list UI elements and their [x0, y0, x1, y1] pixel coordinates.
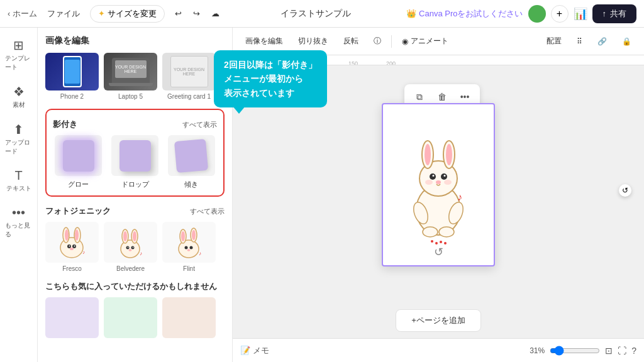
shadow-section: 影付き すべて表示 グロー ドロップ [45, 109, 225, 197]
resize-handle[interactable]: ↺ [619, 184, 631, 197]
card-text: YOUR DESIGN HERE [171, 67, 208, 76]
lock-button[interactable]: 🔒 [617, 35, 636, 48]
list-item[interactable]: ♪ Belvedere [104, 222, 157, 272]
list-item[interactable]: グロー [53, 135, 104, 189]
canvas-refresh-button[interactable]: ↺ [434, 245, 443, 259]
svg-point-41 [436, 180, 441, 184]
phone-illustration [63, 56, 82, 87]
belvedere-thumb: ♪ [104, 222, 157, 263]
crop-tab[interactable]: 切り抜き [293, 33, 333, 49]
canva-pro-button[interactable]: 👑 Canva Proをお試しください [406, 8, 523, 19]
help-button[interactable]: ? [631, 346, 636, 356]
svg-point-25 [181, 231, 185, 241]
text-icon: T [14, 168, 22, 183]
tilt-label: 傾き [184, 180, 198, 189]
sidebar-icons: ⊞ テンプレート ❖ 素材 ⬆ アップロード T テキスト ••• もっと見る [0, 28, 38, 362]
recommendation-grid [45, 297, 225, 338]
add-button[interactable]: + [551, 5, 569, 23]
svg-point-26 [192, 230, 196, 240]
sidebar-item-material[interactable]: ❖ 素材 [3, 79, 35, 114]
memo-button[interactable]: 📝 メモ [240, 345, 269, 356]
svg-point-37 [430, 173, 436, 180]
panel-title: 画像を編集 [45, 35, 225, 47]
home-label[interactable]: ホーム [13, 8, 37, 19]
laptop5-label: Laptop 5 [118, 93, 143, 100]
upload-label: アップロード [5, 138, 33, 156]
laptop-screen: YOUR DESIGN HERE [115, 60, 147, 78]
cloud-button[interactable]: ☁ [206, 6, 225, 21]
left-panel: 画像を編集 Phone 2 YOUR DESIGN HERE [38, 28, 233, 362]
pattern-button[interactable]: ⠿ [572, 35, 587, 48]
list-item[interactable]: Phone 2 [45, 53, 99, 100]
share-button[interactable]: ↑ 共有 [592, 4, 637, 23]
user-avatar[interactable] [528, 5, 546, 23]
svg-point-38 [441, 173, 447, 180]
list-item[interactable]: ドロップ [109, 135, 161, 189]
svg-text:♪: ♪ [140, 251, 142, 256]
back-button[interactable]: ‹ ホーム [8, 8, 37, 19]
shadow-see-all-button[interactable]: すべて表示 [182, 120, 217, 129]
svg-point-15 [133, 231, 136, 241]
canvas-page: ♪ [382, 103, 495, 266]
svg-point-19 [133, 246, 134, 248]
info-button[interactable]: ⓘ [369, 33, 386, 49]
zoom-level-text: 31% [530, 346, 545, 355]
undo-button[interactable]: ↩ [170, 6, 187, 21]
sidebar-item-text[interactable]: T テキスト [3, 163, 35, 198]
animate-icon: ◉ [402, 37, 408, 46]
ruler-mark-200: 200 [386, 60, 396, 66]
resize-button[interactable]: ✦ サイズを変更 [90, 5, 165, 23]
photo-section-header: フォトジェニック すべて表示 [45, 206, 225, 217]
list-item[interactable]: YOUR DESIGN HERE Greeting card 1 [162, 53, 216, 100]
animate-tab[interactable]: ◉ アニメート [397, 33, 453, 49]
edit-image-tab[interactable]: 画像を編集 [240, 33, 288, 49]
svg-point-18 [128, 246, 129, 248]
list-item[interactable] [162, 297, 216, 338]
link-button[interactable]: 🔗 [592, 35, 612, 48]
list-item[interactable]: ♪ Fresco [45, 222, 99, 272]
flint-thumb: ♪ [162, 222, 216, 263]
svg-point-8 [74, 245, 75, 246]
svg-point-9 [70, 248, 74, 250]
file-menu-button[interactable]: ファイル [42, 6, 85, 22]
photo-see-all-button[interactable]: すべて表示 [190, 207, 225, 216]
list-item[interactable]: YOUR DESIGN HERE Laptop 5 [104, 53, 157, 100]
text-label: テキスト [6, 184, 31, 193]
svg-text:♪: ♪ [457, 192, 462, 202]
add-page-button[interactable]: +ページを追加 [396, 309, 481, 332]
drop-thumb [111, 135, 158, 176]
rec-thumb-1 [45, 297, 99, 338]
position-button[interactable]: 配置 [541, 33, 567, 49]
svg-point-28 [190, 246, 193, 249]
shadow-items-grid: グロー ドロップ 傾き [53, 135, 217, 189]
list-item[interactable] [45, 297, 99, 338]
redo-button[interactable]: ↪ [188, 6, 205, 21]
sidebar-item-more[interactable]: ••• もっと見る [3, 200, 35, 244]
recommendation-title: こちらも気に入っていただけるかもしれません [45, 281, 225, 292]
list-item[interactable] [104, 297, 157, 338]
drop-preview [119, 140, 151, 172]
glow-thumb [55, 135, 102, 176]
zoom-page-button[interactable]: ⊡ [605, 346, 613, 356]
zoom-controls: 31% ⊡ ⛶ ? [530, 346, 636, 356]
toolbar-right: 配置 ⠿ 🔗 🔒 [541, 33, 636, 49]
shadow-section-title: 影付き [53, 119, 77, 130]
zoom-slider[interactable] [550, 346, 600, 356]
share-icon: ↑ [602, 9, 607, 18]
share-label: 共有 [610, 8, 626, 19]
list-item[interactable]: ♪ Flint [162, 222, 216, 272]
bottom-bar: 📝 メモ 31% ⊡ ⛶ ? [233, 338, 644, 362]
memo-label: メモ [253, 345, 269, 356]
fullscreen-button[interactable]: ⛶ [618, 346, 626, 356]
analytics-button[interactable]: 📊 [574, 7, 587, 21]
phone-screen [65, 60, 80, 84]
list-item[interactable]: 傾き [165, 135, 217, 189]
sidebar-item-upload[interactable]: ⬆ アップロード [3, 117, 35, 161]
svg-point-20 [129, 249, 132, 251]
canvas-refresh-area: ↺ [434, 245, 443, 259]
memo-icon: 📝 [240, 346, 250, 355]
flip-tab[interactable]: 反転 [338, 33, 364, 49]
sidebar-item-template[interactable]: ⊞ テンプレート [3, 33, 35, 77]
fresco-label: Fresco [62, 265, 82, 272]
tilt-preview [174, 138, 208, 172]
